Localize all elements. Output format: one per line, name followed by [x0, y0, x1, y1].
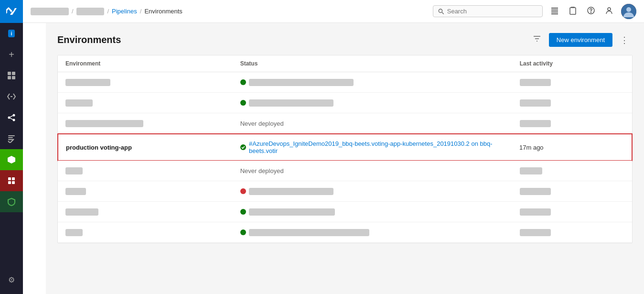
svg-rect-10: [8, 135, 15, 136]
table-row-highlighted[interactable]: production voting-app #AzureDevops_Ignit…: [57, 133, 633, 161]
env-name: bbbbb: [65, 167, 83, 174]
svg-rect-11: [8, 137, 13, 138]
list-icon[interactable]: [548, 4, 561, 19]
page-header: Environments New environment ⋮: [57, 33, 633, 47]
table-row[interactable]: bbbbb Never deployed 27h ago: [58, 161, 632, 181]
settings-icon[interactable]: ⚙: [0, 269, 23, 290]
status-text: Never deployed: [240, 167, 284, 174]
svg-marker-13: [8, 156, 15, 163]
breadcrumb: azure devops / org name / Pipelines / En…: [31, 8, 182, 15]
search-input[interactable]: [447, 8, 537, 15]
status-text: xxxxxxxxxx on a single commit: [249, 188, 333, 195]
svg-point-7: [13, 119, 15, 121]
status-text: xxxxxxxxxx on a public github pipeline: [249, 79, 354, 86]
testplans-icon[interactable]: [0, 128, 23, 149]
table-row[interactable]: YpodProd xxxxxxxxxx on a single commit x…: [58, 93, 632, 113]
breadcrumb-sep-1: /: [72, 8, 74, 15]
filter-button[interactable]: [529, 33, 545, 47]
azure-devops-logo[interactable]: [0, 0, 23, 23]
status-dot-green: [240, 100, 246, 106]
activity-text: xxxxxxxxxx: [520, 208, 551, 216]
status-cell: xxxxxxxxxx on a single commit: [240, 99, 520, 107]
env-name: YpodProd: [65, 99, 93, 107]
extensions-icon[interactable]: [0, 170, 23, 191]
page-title: Environments: [57, 34, 121, 45]
help-icon[interactable]: [585, 4, 597, 19]
status-cell: xxxxxxxxxx on a current artifact: [240, 208, 520, 216]
table-header: Environment Status Last activity: [58, 55, 632, 72]
boards-icon[interactable]: [0, 65, 23, 86]
status-cell: Never deployed: [240, 167, 520, 174]
environments-table: Environment Status Last activity aaaaaaa…: [57, 55, 633, 243]
status-dot-red: [240, 188, 246, 194]
svg-line-19: [442, 12, 444, 14]
status-link[interactable]: #AzureDevops_IgniteDemo2019_bbq-beets.vo…: [249, 140, 519, 154]
security-icon[interactable]: [0, 191, 23, 212]
activity-text: xxxxxxxxxx: [520, 99, 551, 107]
svg-point-5: [8, 117, 11, 119]
svg-rect-24: [570, 8, 576, 14]
table-row[interactable]: ddddd xxxxxxxxxx on a deploy kubernetes …: [58, 222, 632, 243]
clipboard-icon[interactable]: [567, 4, 579, 19]
status-cell: xxxxxxxxxx on a single commit: [240, 188, 520, 195]
search-box[interactable]: [433, 5, 543, 17]
svg-rect-2: [8, 76, 11, 79]
svg-rect-14: [8, 177, 11, 180]
svg-line-8: [10, 116, 13, 117]
activity-text: xxxxxxxxxx: [520, 120, 551, 127]
status-cell: xxxxxxxxxx on a public github pipeline: [240, 79, 520, 86]
status-text: Never deployed: [240, 120, 284, 127]
table-row[interactable]: aaaaaaaaaaaaa xxxxxxxxxx on a public git…: [58, 72, 632, 93]
col-environment: Environment: [65, 60, 240, 67]
new-environment-button[interactable]: New environment: [549, 33, 612, 47]
pipelines-icon[interactable]: [0, 107, 23, 128]
status-dot-green: [240, 209, 246, 215]
topnav: azure devops / org name / Pipelines / En…: [23, 0, 644, 23]
svg-point-18: [439, 9, 442, 12]
overview-icon[interactable]: i: [0, 23, 23, 44]
env-name: aaaaaaaaaaaaa: [65, 79, 110, 86]
table-row[interactable]: zzzzzzzzzzzzzzzzzzzzzzzzz Never deployed…: [58, 113, 632, 134]
user-icon[interactable]: [603, 4, 615, 19]
avatar[interactable]: [621, 4, 636, 19]
activity-text: xxxxxxxxxx: [520, 229, 551, 236]
brand-text: azure devops: [31, 8, 69, 15]
svg-point-29: [626, 7, 631, 12]
sidebar: i + ⚙: [0, 0, 23, 294]
status-dot-green: [240, 79, 246, 85]
status-text: xxxxxxxxxx on a single commit: [249, 99, 333, 107]
svg-rect-23: [551, 13, 558, 14]
artifacts-icon[interactable]: [0, 149, 23, 170]
search-icon: [438, 8, 444, 15]
svg-line-9: [10, 118, 13, 120]
add-icon[interactable]: +: [0, 44, 23, 65]
more-options-button[interactable]: ⋮: [616, 33, 633, 47]
pipelines-breadcrumb[interactable]: Pipelines: [112, 8, 137, 15]
env-name: ccccdddddd: [65, 208, 98, 216]
svg-rect-17: [12, 181, 15, 184]
status-cell: Never deployed: [240, 120, 520, 127]
svg-rect-22: [551, 11, 558, 12]
activity-text: xxxxxxxxxx: [520, 79, 551, 86]
env-name: aadbbc: [65, 188, 86, 195]
svg-rect-1: [12, 72, 15, 75]
svg-rect-15: [12, 177, 15, 180]
repos-icon[interactable]: [0, 86, 23, 107]
env-name: ddddd: [65, 229, 83, 236]
svg-point-27: [608, 8, 611, 11]
env-name: zzzzzzzzzzzzzzzzzzzzzzzzz: [65, 120, 143, 127]
activity-text: 17m ago: [519, 144, 544, 151]
env-name: production voting-app: [66, 144, 132, 151]
svg-rect-0: [8, 72, 11, 75]
status-cell: #AzureDevops_IgniteDemo2019_bbq-beets.vo…: [240, 140, 519, 154]
environments-breadcrumb: Environments: [144, 8, 182, 15]
activity-text: xxxxxxxxxx: [520, 188, 551, 195]
table-row[interactable]: aadbbc xxxxxxxxxx on a single commit xxx…: [58, 181, 632, 202]
status-link-blurred: xxxxxxxxxx on a deploy kubernetes pipeli…: [249, 229, 369, 236]
breadcrumb-sep-2: /: [107, 8, 109, 15]
topnav-right: [433, 4, 636, 19]
status-text: xxxxxxxxxx on a current artifact: [249, 208, 335, 216]
table-row[interactable]: ccccdddddd xxxxxxxxxx on a current artif…: [58, 202, 632, 222]
status-cell: xxxxxxxxxx on a deploy kubernetes pipeli…: [240, 229, 520, 236]
svg-point-6: [13, 114, 15, 117]
